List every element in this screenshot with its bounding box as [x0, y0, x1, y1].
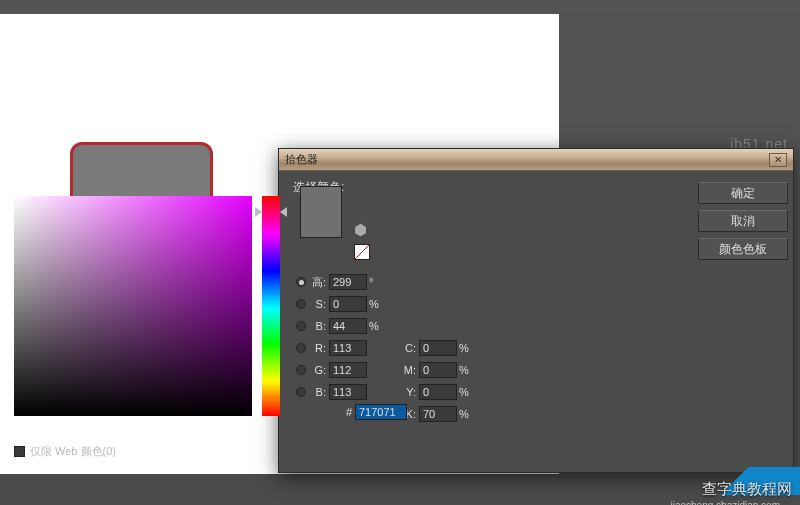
g-radio[interactable] [296, 365, 306, 375]
b2-input[interactable]: 113 [329, 384, 367, 400]
c-unit: % [459, 342, 473, 354]
bri-input[interactable]: 44 [329, 318, 367, 334]
hex-input[interactable]: 717071 [355, 404, 407, 420]
sat-input[interactable]: 0 [329, 296, 367, 312]
k-unit: % [459, 408, 473, 420]
g-input[interactable]: 112 [329, 362, 367, 378]
r-input[interactable]: 113 [329, 340, 367, 356]
c-input[interactable]: 0 [419, 340, 457, 356]
dialog-titlebar[interactable]: 拾色器 ✕ [279, 149, 793, 171]
none-color-swatch[interactable] [354, 244, 370, 260]
sat-radio[interactable] [296, 299, 306, 309]
watermark-url: jiaocheng.chazidian.com [670, 500, 780, 505]
ok-button[interactable]: 确定 [698, 182, 788, 204]
dialog-buttons: 确定 取消 颜色色板 [698, 182, 788, 266]
k-input[interactable]: 70 [419, 406, 457, 422]
y-label: Y: [400, 386, 416, 398]
m-unit: % [459, 364, 473, 376]
web-only-checkbox[interactable] [14, 446, 25, 457]
hue-arrow-left-icon [255, 207, 262, 217]
dialog-title: 拾色器 [285, 152, 318, 167]
hex-label: # [342, 406, 352, 418]
swatch-button[interactable]: 颜色色板 [698, 238, 788, 260]
bri-label: B: [310, 320, 326, 332]
hue-arrow-right-icon [280, 207, 287, 217]
watermark-bottom: 查字典教程网 [702, 480, 792, 499]
sat-label: S: [310, 298, 326, 310]
hue-unit: ° [369, 276, 383, 288]
hsb-rgb-inputs: 高: 299 ° S: 0 % B: 44 % R: 113 G: 112 B:… [296, 272, 383, 404]
g-label: G: [310, 364, 326, 376]
r-label: R: [310, 342, 326, 354]
web-only-label: 仅限 Web 颜色(0) [30, 444, 116, 459]
cmyk-inputs: C: 0 % M: 0 % Y: 0 % K: 70 % [400, 338, 473, 426]
y-input[interactable]: 0 [419, 384, 457, 400]
b-radio[interactable] [296, 387, 306, 397]
web-only-row: 仅限 Web 颜色(0) [14, 444, 116, 459]
app-titlebar [0, 0, 800, 14]
hue-slider[interactable] [262, 196, 280, 416]
b2-label: B: [310, 386, 326, 398]
hue-label: 高: [310, 275, 326, 290]
close-icon[interactable]: ✕ [769, 153, 787, 167]
sv-marker[interactable] [9, 314, 19, 324]
hex-row: # 717071 [342, 404, 407, 420]
bri-radio[interactable] [296, 321, 306, 331]
hue-radio[interactable] [296, 277, 306, 287]
r-radio[interactable] [296, 343, 306, 353]
bri-unit: % [369, 320, 383, 332]
y-unit: % [459, 386, 473, 398]
cube-icon[interactable]: ⬢ [354, 221, 367, 239]
saturation-value-field[interactable] [14, 196, 252, 416]
sat-unit: % [369, 298, 383, 310]
current-color-swatch[interactable] [300, 186, 342, 238]
cancel-button[interactable]: 取消 [698, 210, 788, 232]
hue-input[interactable]: 299 [329, 274, 367, 290]
m-input[interactable]: 0 [419, 362, 457, 378]
m-label: M: [400, 364, 416, 376]
c-label: C: [400, 342, 416, 354]
